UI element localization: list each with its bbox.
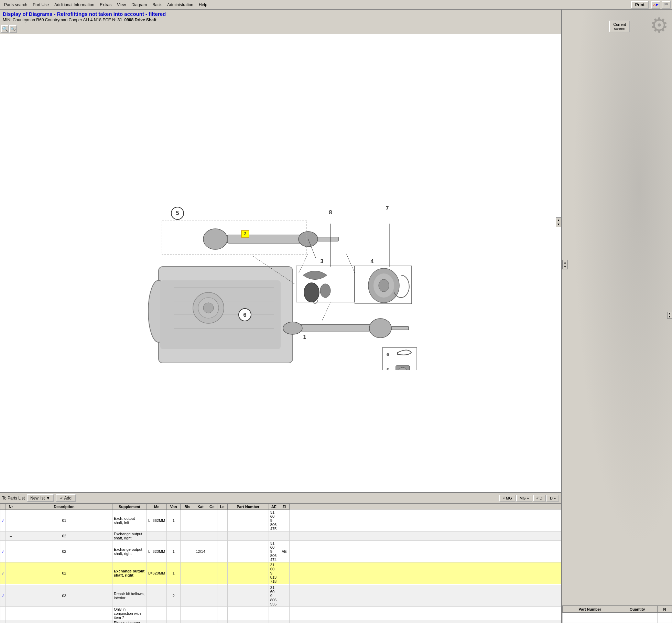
zi-cell [289, 510, 561, 531]
menu-help[interactable]: Help [196, 2, 210, 8]
table-row[interactable]: Please observe repair instruction. [0, 620, 561, 623]
table-row[interactable]: i03Repair kit bellows, interior231 60 9 … [0, 585, 561, 607]
nr-cell: 02 [16, 541, 112, 562]
right-scroll-indicator[interactable]: ▲ ▼ [562, 260, 568, 269]
to-parts-list-label: To Parts List [2, 496, 25, 501]
von-cell [181, 607, 194, 620]
diagram-toolbar: 🔍 🔍- [0, 24, 561, 34]
left-panel: Display of Diagrams - Retrofittings not … [0, 10, 562, 623]
svg-text:7: 7 [386, 205, 389, 211]
zoom-out-button[interactable]: 🔍- [9, 25, 17, 33]
me-cell: 2 [167, 585, 181, 607]
table-row[interactable]: i01Exch. output shaft, leftL=662MM131 60… [0, 510, 561, 531]
table-row[interactable]: i02Exchange output shaft, rightL=620MM11… [0, 541, 561, 562]
scroll-down-arrow[interactable]: ▼ [557, 223, 560, 226]
von-cell [181, 541, 194, 562]
ge-cell [217, 562, 227, 584]
nr-cell [16, 607, 112, 620]
right-table-header: Part Number Quantity N [563, 606, 672, 613]
desc-cell: Please observe repair instruction. [112, 620, 147, 623]
supp-cell: L=620MM [147, 541, 167, 562]
ae-cell [279, 562, 289, 584]
von-cell [181, 531, 194, 541]
diagram-svg: 5 8 7 [0, 157, 561, 370]
le-cell [227, 607, 269, 620]
ae-cell [279, 620, 289, 623]
menu-parts-search[interactable]: Parts search [1, 2, 30, 8]
mg-forward-button[interactable]: MG » [516, 495, 532, 502]
table-row[interactable]: i02Exchange output shaft, rightL=620MM13… [0, 562, 561, 584]
table-row[interactable]: –02Exchange output shaft, right [0, 531, 561, 541]
table-header: Nr Description Supplement Me Von Bis Kat… [0, 504, 561, 510]
kat-cell [207, 585, 217, 607]
von-cell [181, 562, 194, 584]
supp-cell: L=620MM [147, 562, 167, 584]
col-info [0, 504, 6, 510]
mg-back-button[interactable]: « MG [499, 495, 516, 502]
col-le: Le [217, 504, 227, 510]
menu-view[interactable]: View [114, 2, 129, 8]
scroll-up-arrow[interactable]: ▲ [557, 218, 560, 222]
right-scroll-up[interactable]: ▲ [564, 261, 567, 264]
table-row[interactable]: Only in conjunction with item 7 [0, 607, 561, 620]
table-body: i01Exch. output shaft, leftL=662MM131 60… [0, 510, 561, 623]
part-number-cell: 31 60 9 806 475 [269, 510, 279, 531]
bis-cell [194, 510, 207, 531]
bis-cell [194, 585, 207, 607]
dash-cell [6, 510, 16, 531]
parts-list-area: To Parts List New list ▼ ✓ Add « MG MG »… [0, 492, 561, 623]
menu-back[interactable]: Back [150, 2, 164, 8]
add-button[interactable]: ✓ Add [56, 494, 76, 502]
menubar: Parts search Part Use Additional Informa… [0, 0, 672, 10]
right-table-scroll[interactable]: ▲ ▼ [667, 312, 672, 319]
new-list-button[interactable]: New list ▼ [27, 494, 54, 502]
svg-text:5: 5 [387, 368, 389, 370]
svg-text:6: 6 [387, 352, 389, 357]
col-von: Von [167, 504, 181, 510]
d-back-button[interactable]: « D [533, 495, 546, 502]
ae-cell [279, 510, 289, 531]
right-parts-table: Part Number Quantity N [562, 606, 672, 623]
menu-diagram[interactable]: Diagram [129, 2, 150, 8]
d-forward-button[interactable]: D » [546, 495, 559, 502]
dash-cell [6, 585, 16, 607]
svg-text:5: 5 [176, 210, 179, 216]
le-cell [227, 585, 269, 607]
dropdown-arrow-icon: ▼ [46, 496, 50, 501]
col-kat: Kat [194, 504, 207, 510]
svg-point-22 [203, 303, 214, 313]
right-scroll-down[interactable]: ▼ [564, 265, 567, 268]
kat-cell [207, 620, 217, 623]
desc-cell: Exch. output shaft, left [112, 510, 147, 531]
le-cell [227, 562, 269, 584]
current-screen-button[interactable]: Current screen [609, 21, 630, 32]
menu-additional-info[interactable]: Additional Information [52, 2, 97, 8]
kat-cell [207, 562, 217, 584]
toolbar-icon-flag[interactable]: 🏁 [662, 1, 671, 9]
nr-cell: 03 [16, 585, 112, 607]
right-table-scroll-down[interactable]: ▼ [668, 315, 672, 318]
diagram-subtitle: MINI Countryman R60 Countryman Cooper AL… [3, 18, 559, 22]
right-panel: ⚙ ▲ ▼ Part Number Quantity N [562, 10, 672, 623]
le-cell [227, 510, 269, 531]
menu-administration[interactable]: Administration [164, 2, 196, 8]
col-zi: ZI [279, 504, 289, 510]
menu-extras[interactable]: Extras [97, 2, 114, 8]
toolbar-icon-text[interactable]: A ▶ [651, 1, 660, 9]
svg-text:2: 2 [244, 231, 246, 236]
bis-cell [194, 531, 207, 541]
right-panel-top: ⚙ ▲ ▼ [562, 10, 672, 605]
supp-cell [147, 585, 167, 607]
right-table-scroll-up[interactable]: ▲ [668, 312, 672, 315]
me-cell: 1 [167, 541, 181, 562]
dash-cell: – [6, 531, 16, 541]
ge-cell [217, 585, 227, 607]
zoom-in-button[interactable]: 🔍 [1, 25, 9, 33]
print-button[interactable]: Print [631, 1, 649, 9]
menu-part-use[interactable]: Part Use [30, 2, 52, 8]
diagram-scroll-indicator[interactable]: ▲ ▼ [556, 217, 561, 227]
part-number-cell [269, 607, 279, 620]
col-bis: Bis [181, 504, 194, 510]
ge-cell [217, 607, 227, 620]
title-bar: Display of Diagrams - Retrofittings not … [0, 10, 561, 24]
